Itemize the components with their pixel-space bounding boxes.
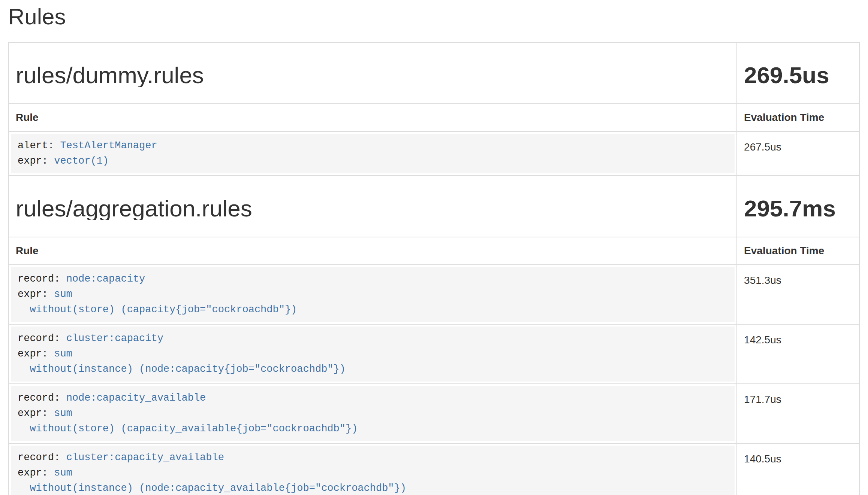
group-evaluation-time: 295.7ms: [744, 197, 852, 220]
group-evaluation-time-cell: 269.5us: [737, 42, 859, 104]
expr-keyword: expr:: [18, 408, 54, 419]
rule-name-link[interactable]: cluster:capacity: [66, 333, 163, 344]
rules-page: Rules rules/dummy.rules269.5usRuleEvalua…: [0, 5, 868, 495]
rule-row: record: node:capacity_available expr: su…: [9, 384, 859, 443]
column-header-row: RuleEvaluation Time: [9, 237, 859, 265]
group-header-row: rules/aggregation.rules295.7ms: [9, 176, 859, 237]
rule-expr-link[interactable]: sum without(store) (capacity_available{j…: [18, 408, 358, 434]
rule-cell: record: node:capacity_available expr: su…: [9, 384, 737, 443]
expr-keyword: expr:: [18, 289, 54, 300]
record-keyword: record:: [18, 452, 66, 463]
group-header-row: rules/dummy.rules269.5us: [9, 42, 859, 104]
group-file-cell: rules/dummy.rules: [9, 42, 737, 104]
rule-cell: alert: TestAlertManager expr: vector(1): [9, 131, 737, 176]
rule-row: alert: TestAlertManager expr: vector(1)2…: [9, 131, 859, 176]
rules-table: rules/dummy.rules269.5usRuleEvaluation T…: [8, 42, 860, 495]
rule-row: record: node:capacity expr: sum without(…: [9, 265, 859, 324]
rule-cell: record: cluster:capacity_available expr:…: [9, 443, 737, 495]
page-title: Rules: [8, 5, 860, 28]
rule-expr-link[interactable]: vector(1): [54, 155, 109, 167]
record-keyword: record:: [18, 273, 66, 285]
alert-keyword: alert:: [18, 140, 60, 151]
expr-keyword: expr:: [18, 467, 54, 479]
rule-column-header: Rule: [9, 104, 737, 131]
rule-name-link[interactable]: cluster:capacity_available: [66, 452, 224, 463]
rule-definition: record: node:capacity expr: sum without(…: [11, 267, 735, 322]
rule-cell: record: cluster:capacity expr: sum witho…: [9, 324, 737, 384]
rule-column-header: Rule: [9, 237, 737, 265]
rule-row: record: cluster:capacity expr: sum witho…: [9, 324, 859, 384]
rule-row: record: cluster:capacity_available expr:…: [9, 443, 859, 495]
expr-keyword: expr:: [18, 155, 54, 167]
evaluation-time-cell: 267.5us: [737, 131, 859, 176]
rule-name-link[interactable]: TestAlertManager: [60, 140, 157, 151]
evaluation-time-cell: 171.7us: [737, 384, 859, 443]
record-keyword: record:: [18, 333, 66, 344]
rule-cell: record: node:capacity expr: sum without(…: [9, 265, 737, 324]
rule-definition: record: node:capacity_available expr: su…: [11, 386, 735, 441]
group-evaluation-time-cell: 295.7ms: [737, 176, 859, 237]
rule-definition: record: cluster:capacity_available expr:…: [11, 446, 735, 495]
rule-definition: record: cluster:capacity expr: sum witho…: [11, 327, 735, 382]
evaluation-time-cell: 351.3us: [737, 265, 859, 324]
evaluation-time-cell: 140.5us: [737, 443, 859, 495]
rule-expr-link[interactable]: sum without(instance) (node:capacity{job…: [18, 348, 346, 375]
record-keyword: record:: [18, 392, 66, 404]
rule-definition: alert: TestAlertManager expr: vector(1): [11, 134, 735, 173]
group-file-cell: rules/aggregation.rules: [9, 176, 737, 237]
group-file-name: rules/dummy.rules: [16, 64, 730, 87]
group-evaluation-time: 269.5us: [744, 64, 852, 87]
rule-name-link[interactable]: node:capacity: [66, 273, 145, 285]
column-header-row: RuleEvaluation Time: [9, 104, 859, 131]
rule-expr-link[interactable]: sum without(store) (capacity{job="cockro…: [18, 289, 297, 315]
evaluation-time-column-header: Evaluation Time: [737, 237, 859, 265]
evaluation-time-cell: 142.5us: [737, 324, 859, 384]
group-file-name: rules/aggregation.rules: [16, 197, 730, 220]
evaluation-time-column-header: Evaluation Time: [737, 104, 859, 131]
rule-name-link[interactable]: node:capacity_available: [66, 392, 206, 404]
expr-keyword: expr:: [18, 348, 54, 359]
rule-expr-link[interactable]: sum without(instance) (node:capacity_ava…: [18, 467, 406, 494]
